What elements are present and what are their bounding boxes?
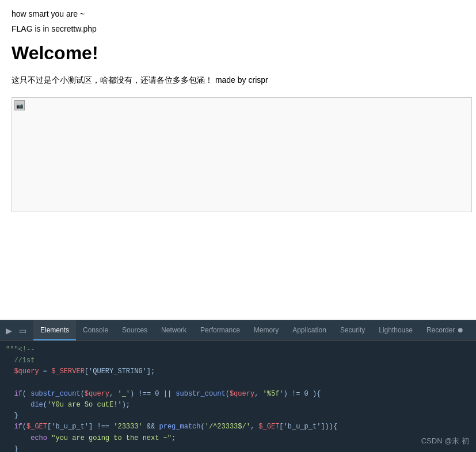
watermark-text: CSDN @末 初	[421, 435, 469, 447]
broken-image-icon: 📷	[14, 100, 25, 110]
tab-elements[interactable]: Elements	[33, 320, 76, 340]
code-line-8: if($_GET['b_u_p_t'] !== '23333' && preg_…	[6, 422, 470, 432]
code-line-3: $query = $_SERVER['QUERY_STRING'];	[6, 366, 470, 377]
code-line-5: if( substr_count($query, '_') !== 0 || s…	[6, 389, 470, 400]
tab-network[interactable]: Network	[154, 320, 193, 340]
tab-memory[interactable]: Memory	[247, 320, 285, 340]
tab-console[interactable]: Console	[76, 320, 115, 340]
devtools-code-area: """<!-- //1st $query = $_SERVER['QUERY_S…	[0, 341, 476, 452]
broken-image-container: 📷	[12, 97, 472, 212]
code-line-1: """<!--	[6, 344, 470, 355]
code-line-9: echo "you are going to the next ~";	[6, 433, 470, 444]
line2-text: FLAG is in secrettw.php	[12, 24, 464, 33]
tab-application[interactable]: Application	[285, 320, 333, 340]
code-line-2: //1st	[6, 355, 470, 366]
devtools-panel: ▶ ▭ Elements Console Sources Network Per…	[0, 320, 476, 452]
welcome-heading: Welcome!	[12, 43, 464, 64]
tab-performance[interactable]: Performance	[193, 320, 247, 340]
main-content: how smart you are ~ FLAG is in secrettw.…	[0, 0, 476, 320]
devtools-toolbar: ▶ ▭ Elements Console Sources Network Per…	[0, 320, 476, 341]
cursor-icon[interactable]: ▶	[3, 325, 14, 336]
tab-security[interactable]: Security	[333, 320, 372, 340]
code-line-7: }	[6, 411, 470, 422]
line3-text: 这只不过是个小测试区，啥都没有，还请各位多多包涵！ made by crispr	[12, 75, 464, 86]
code-line-6: die('Y0u are So cutE!');	[6, 400, 470, 411]
tab-lighthouse[interactable]: Lighthouse	[372, 320, 420, 340]
code-line-10: }	[6, 444, 470, 452]
code-line-4	[6, 378, 470, 389]
tab-recorder[interactable]: Recorder ⏺	[420, 320, 471, 340]
devtools-tabs: Elements Console Sources Network Perform…	[33, 320, 471, 340]
devtools-icons: ▶ ▭	[3, 325, 28, 336]
tab-sources[interactable]: Sources	[115, 320, 154, 340]
line1-text: how smart you are ~	[12, 9, 464, 18]
device-icon[interactable]: ▭	[17, 325, 28, 336]
